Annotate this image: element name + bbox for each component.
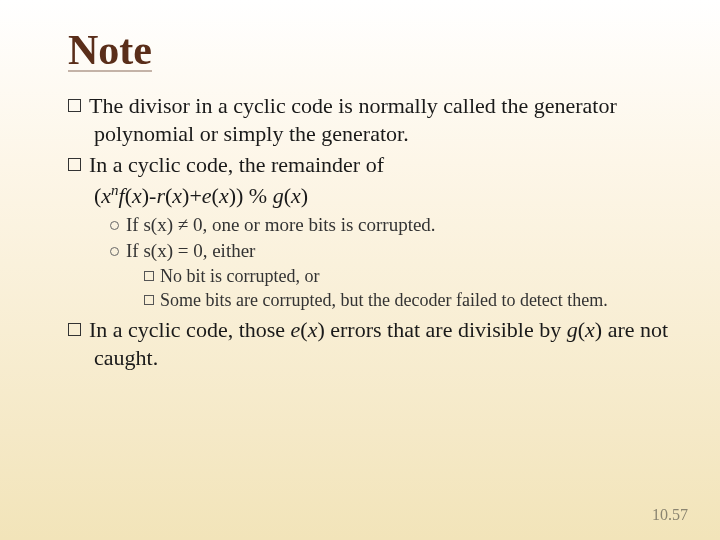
subsub-text: Some bits are corrupted, but the decoder… bbox=[160, 290, 608, 310]
bt: ( bbox=[578, 317, 585, 342]
fp: r bbox=[156, 183, 165, 208]
bullet-lead: In bbox=[89, 317, 107, 342]
small-square-bullet-icon bbox=[144, 295, 154, 305]
bullet-text: a cyclic code, the remainder of bbox=[107, 152, 384, 177]
fp: x bbox=[172, 183, 182, 208]
subsub-no-corruption: No bit is corrupted, or bbox=[68, 265, 672, 288]
bullet-lead: The bbox=[89, 93, 123, 118]
fp: ( bbox=[212, 183, 219, 208]
fp: )- bbox=[142, 183, 157, 208]
slide-number: 10.57 bbox=[652, 506, 688, 524]
subsub-undetected: Some bits are corrupted, but the decoder… bbox=[68, 289, 672, 312]
bullet-not-caught: In a cyclic code, those e(x) errors that… bbox=[68, 316, 672, 371]
small-square-bullet-icon bbox=[144, 271, 154, 281]
sub-bullet-sx-zero: If s(x) = 0, either bbox=[68, 239, 672, 263]
fp: )+ bbox=[182, 183, 202, 208]
circle-bullet-icon bbox=[110, 247, 119, 256]
square-bullet-icon bbox=[68, 158, 81, 171]
slide-title: Note bbox=[68, 26, 672, 74]
bullet-text: divisor in a cyclic code is normally cal… bbox=[94, 93, 617, 146]
bullet-lead: In bbox=[89, 152, 107, 177]
fp: g bbox=[273, 183, 284, 208]
square-bullet-icon bbox=[68, 99, 81, 112]
bullet-generator: The divisor in a cyclic code is normally… bbox=[68, 92, 672, 147]
sub-bullet-text: If s(x) ≠ 0, one or more bits is corrupt… bbox=[126, 214, 436, 235]
remainder-formula: (xnf(x)-r(x)+e(x)) % g(x) bbox=[68, 183, 672, 209]
bt: g bbox=[567, 317, 578, 342]
sub-bullet-sx-nonzero: If s(x) ≠ 0, one or more bits is corrupt… bbox=[68, 213, 672, 237]
fp: x bbox=[291, 183, 301, 208]
fp: ) bbox=[301, 183, 308, 208]
fp: x bbox=[101, 183, 111, 208]
bt: a cyclic code, those bbox=[107, 317, 290, 342]
fp: ( bbox=[284, 183, 291, 208]
subsub-text: No bit is corrupted, or bbox=[160, 266, 319, 286]
fp: )) % bbox=[229, 183, 273, 208]
fp: ( bbox=[125, 183, 132, 208]
bt: e bbox=[291, 317, 301, 342]
bullet-remainder: In a cyclic code, the remainder of bbox=[68, 151, 672, 179]
fp: n bbox=[111, 181, 118, 197]
circle-bullet-icon bbox=[110, 221, 119, 230]
bt: x bbox=[308, 317, 318, 342]
bt: errors that are divisible by bbox=[325, 317, 567, 342]
fp: x bbox=[219, 183, 229, 208]
fp: e bbox=[202, 183, 212, 208]
square-bullet-icon bbox=[68, 323, 81, 336]
bt: ( bbox=[300, 317, 307, 342]
sub-bullet-text: If s(x) = 0, either bbox=[126, 240, 255, 261]
bt: ) bbox=[317, 317, 324, 342]
slide: Note The divisor in a cyclic code is nor… bbox=[0, 0, 720, 540]
bt: x bbox=[585, 317, 595, 342]
fp: x bbox=[132, 183, 142, 208]
